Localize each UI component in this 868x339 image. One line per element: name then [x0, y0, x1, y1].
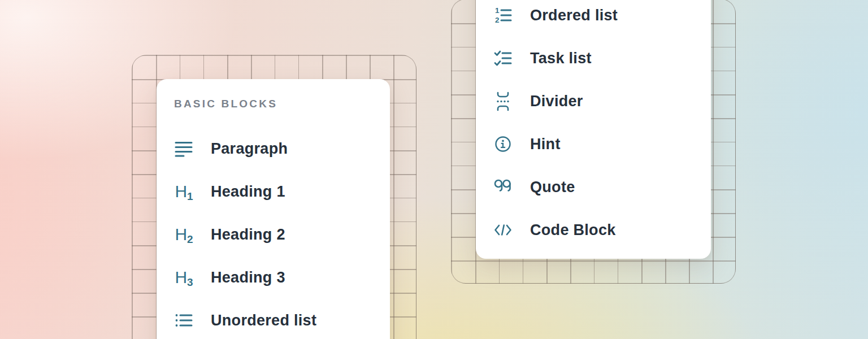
basic-blocks-menu: BASIC BLOCKS Paragraph H1 Heading 1 H2 H… [157, 79, 390, 339]
menu-item-ordered-list[interactable]: 1 2 Ordered list [493, 0, 700, 37]
menu-item-heading-1[interactable]: H1 Heading 1 [174, 170, 379, 213]
unordered-list-icon [174, 310, 193, 331]
section-header-basic-blocks: BASIC BLOCKS [174, 98, 379, 110]
menu-item-heading-2[interactable]: H2 Heading 2 [174, 213, 379, 256]
blocks-menu-continued: 1 2 Ordered list Task list [476, 0, 711, 259]
heading-3-icon: H3 [174, 267, 193, 288]
menu-item-divider[interactable]: Divider [493, 80, 700, 123]
menu-item-label: Task list [530, 50, 592, 67]
menu-item-label: Paragraph [211, 140, 288, 158]
menu-item-label: Heading 2 [211, 226, 285, 244]
svg-text:2: 2 [495, 16, 500, 24]
menu-item-unordered-list[interactable]: Unordered list [174, 299, 379, 339]
menu-item-task-list[interactable]: Task list [493, 37, 700, 80]
menu-item-label: Ordered list [530, 7, 618, 24]
menu-item-label: Hint [530, 136, 561, 153]
menu-item-label: Code Block [530, 221, 616, 239]
heading-1-icon: H1 [174, 181, 193, 202]
menu-item-label: Quote [530, 179, 575, 196]
menu-item-heading-3[interactable]: H3 Heading 3 [174, 256, 379, 299]
svg-text:1: 1 [495, 6, 500, 15]
insert-block-menu-illustration: BASIC BLOCKS Paragraph H1 Heading 1 H2 H… [0, 0, 868, 339]
menu-item-hint[interactable]: Hint [493, 123, 700, 166]
ordered-list-icon: 1 2 [493, 5, 513, 26]
divider-icon [493, 90, 513, 112]
menu-item-quote[interactable]: Quote [493, 166, 700, 208]
menu-item-label: Unordered list [211, 312, 316, 329]
quote-icon [493, 176, 513, 198]
menu-item-paragraph[interactable]: Paragraph [174, 127, 379, 170]
menu-item-label: Heading 3 [211, 269, 285, 286]
menu-item-code-block[interactable]: Code Block [493, 208, 700, 251]
menu-item-label: Heading 1 [211, 183, 285, 201]
hint-icon [493, 133, 513, 155]
task-list-icon [493, 47, 513, 69]
paragraph-icon [174, 138, 193, 159]
menu-item-label: Divider [530, 93, 583, 110]
code-block-icon [493, 219, 513, 241]
heading-2-icon: H2 [174, 224, 193, 245]
